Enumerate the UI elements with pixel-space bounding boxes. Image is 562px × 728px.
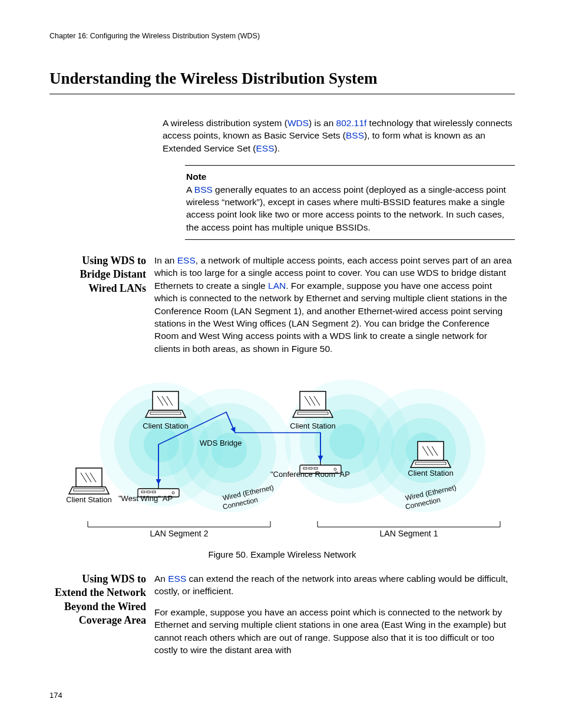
page: Chapter 16: Configuring the Wireless Dis…	[0, 0, 562, 728]
main-title: Understanding the Wireless Distribution …	[49, 70, 515, 88]
text: A	[186, 185, 194, 195]
network-diagram: Client Station Client Station Client Sta…	[52, 374, 512, 545]
text: . For example, suppose you have one acce…	[154, 281, 507, 354]
label-wds-bridge: WDS Bridge	[200, 439, 242, 447]
link-ess[interactable]: ESS	[256, 143, 275, 153]
note-box: Note A BSS generally equates to an acces…	[185, 165, 515, 240]
text: An	[154, 574, 168, 584]
running-header: Chapter 16: Configuring the Wireless Dis…	[49, 32, 515, 40]
section-p1: An ESS can extend the reach of the netwo…	[154, 572, 515, 598]
link-lan[interactable]: LAN	[268, 281, 286, 291]
label-client: Client Station	[290, 421, 335, 430]
section-p2: For example, suppose you have an access …	[154, 606, 515, 657]
note-label: Note	[186, 170, 514, 183]
link-bss[interactable]: BSS	[346, 130, 364, 140]
label-conf-ap: "Conference Room" AP	[270, 470, 350, 479]
link-wds[interactable]: WDS	[287, 118, 309, 128]
text: A wireless distribution system (	[163, 118, 287, 128]
section-bridge-lans: Using WDS to Bridge Distant Wired LANs I…	[49, 254, 515, 363]
link-ess[interactable]: ESS	[168, 574, 186, 584]
section-extend-network: Using WDS to Extend the Network Beyond t…	[49, 572, 515, 664]
label-client: Client Station	[66, 495, 111, 504]
label-client: Client Station	[408, 469, 453, 477]
side-heading: Using WDS to Bridge Distant Wired LANs	[49, 254, 154, 363]
text: ).	[275, 143, 280, 153]
label-client: Client Station	[143, 421, 188, 430]
figure-caption: Figure 50. Example Wireless Network	[49, 549, 515, 559]
text: In an	[154, 255, 177, 265]
label-seg2: LAN Segment 2	[150, 529, 209, 538]
label-west-ap: "West Wing" AP	[118, 494, 173, 503]
figure-50: Client Station Client Station Client Sta…	[49, 374, 515, 559]
intro-paragraph: A wireless distribution system (WDS) is …	[163, 117, 515, 154]
section-body: In an ESS, a network of multiple access …	[154, 254, 515, 355]
label-seg1: LAN Segment 1	[380, 529, 438, 538]
text: ) is an	[309, 118, 336, 128]
note-body: generally equates to an access point (de…	[186, 185, 506, 232]
title-rule	[49, 94, 515, 94]
link-bss[interactable]: BSS	[194, 185, 213, 195]
link-ess[interactable]: ESS	[177, 255, 196, 265]
text: can extend the reach of the network into…	[154, 574, 508, 596]
side-heading: Using WDS to Extend the Network Beyond t…	[49, 572, 154, 664]
link-80211f[interactable]: 802.11f	[336, 118, 367, 128]
page-number: 174	[49, 691, 62, 700]
